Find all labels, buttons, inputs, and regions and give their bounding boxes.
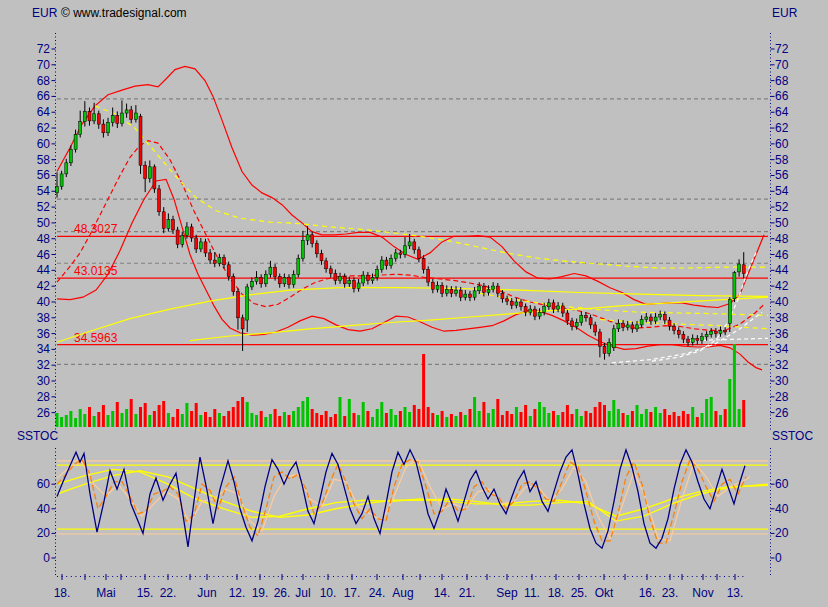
- candle: [719, 330, 722, 333]
- candle: [260, 278, 263, 284]
- tradesignal-chart-window: { "header": { "eur_left": "EUR", "eur_ri…: [0, 0, 828, 607]
- time-axis-label: Nov: [692, 586, 713, 600]
- stoch-panel-label-right: SSTOC: [772, 430, 813, 442]
- candle: [427, 270, 430, 283]
- candle: [153, 167, 156, 189]
- volume-bar: [167, 413, 170, 427]
- volume-bar: [362, 402, 365, 427]
- candle: [557, 306, 560, 309]
- time-axis-label: 22.: [160, 586, 177, 600]
- volume-bar: [552, 411, 555, 427]
- price-tick-label: 30: [37, 374, 51, 388]
- stoch-tick-label: 60: [775, 477, 789, 491]
- candle: [199, 242, 202, 249]
- volume-bar: [631, 411, 634, 427]
- price-tick-label: 32: [775, 358, 789, 372]
- trend-yellow-rising: [190, 297, 768, 341]
- bollinger-mid: [57, 141, 765, 331]
- candle: [93, 114, 96, 121]
- candle: [130, 110, 133, 120]
- candle: [371, 278, 374, 281]
- volume-bar: [492, 409, 495, 427]
- candle: [227, 265, 230, 277]
- candle: [673, 327, 676, 331]
- volume-bar: [394, 415, 397, 427]
- price-tick-label: 64: [775, 105, 789, 119]
- candle: [478, 286, 481, 291]
- candle: [278, 277, 281, 284]
- stoch-tick-label: 60: [37, 477, 51, 491]
- candle: [710, 331, 713, 334]
- candle: [459, 290, 462, 297]
- candle: [97, 114, 100, 124]
- volume-bar: [738, 409, 741, 427]
- volume-bar: [608, 411, 611, 427]
- volume-bar: [353, 413, 356, 427]
- candle: [645, 317, 648, 319]
- volume-bar: [645, 409, 648, 427]
- candle: [552, 303, 555, 309]
- candle: [390, 259, 393, 266]
- volume-bar: [705, 399, 708, 427]
- volume-bar: [626, 415, 629, 427]
- candle: [134, 113, 137, 119]
- candle: [357, 283, 360, 289]
- candle: [571, 321, 574, 327]
- volume-bar: [575, 409, 578, 427]
- time-axis-label: 14.: [434, 586, 451, 600]
- volume-bar: [422, 354, 425, 427]
- candle: [116, 115, 119, 123]
- volume-bar: [408, 412, 411, 427]
- candle: [162, 212, 165, 229]
- time-axis-label: 13.: [727, 586, 744, 600]
- price-tick-label: 60: [775, 137, 789, 151]
- volume-bar: [283, 412, 286, 427]
- time-axis-label: Okt: [595, 586, 614, 600]
- candle: [543, 307, 546, 313]
- candle: [139, 116, 142, 165]
- price-tick-label: 66: [775, 89, 789, 103]
- candle: [79, 122, 82, 135]
- volume-bar: [742, 400, 745, 427]
- volume-bar: [510, 414, 513, 427]
- candle: [663, 315, 666, 321]
- time-axis-label: Aug: [392, 586, 413, 600]
- stoch-tick-label: 40: [775, 502, 789, 516]
- volume-bar: [181, 414, 184, 427]
- volume-bar: [209, 417, 212, 427]
- volume-bar: [728, 379, 731, 427]
- volume-bar: [130, 399, 133, 427]
- volume-bar: [172, 417, 175, 427]
- candle: [311, 235, 314, 244]
- candle: [385, 260, 388, 266]
- price-tick-label: 42: [37, 279, 51, 293]
- price-tick-label: 52: [37, 200, 51, 214]
- price-tick-label: 40: [775, 295, 789, 309]
- volume-bar: [213, 409, 216, 427]
- candle: [520, 302, 523, 307]
- volume-bar: [315, 413, 318, 427]
- price-tick-label: 50: [775, 216, 789, 230]
- candle: [626, 325, 629, 327]
- candle: [515, 302, 518, 305]
- volume-bar: [701, 413, 704, 427]
- volume-bar: [659, 413, 662, 427]
- candle: [668, 320, 671, 326]
- volume-bar: [176, 409, 179, 427]
- volume-bar: [677, 416, 680, 427]
- volume-bar: [649, 412, 652, 427]
- price-tick-label: 52: [775, 200, 789, 214]
- candle: [158, 189, 161, 212]
- time-axis-label: 26.: [274, 586, 291, 600]
- volume-bar: [125, 409, 128, 427]
- candle: [348, 281, 351, 284]
- candle: [223, 258, 226, 265]
- candle: [724, 330, 727, 332]
- time-axis-label: Jul: [295, 586, 310, 600]
- volume-bar: [714, 411, 717, 427]
- candle: [60, 174, 63, 187]
- price-tick-label: 42: [775, 279, 789, 293]
- volume-bar: [134, 414, 137, 427]
- volume-bar: [663, 409, 666, 427]
- price-tick-label: 34: [775, 342, 789, 356]
